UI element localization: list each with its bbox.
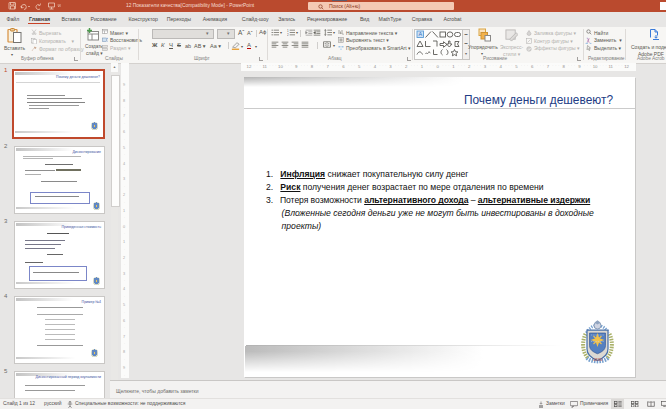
svg-text:2: 2 [287,33,289,36]
svg-text:1830: 1830 [593,357,603,362]
svg-text:A: A [419,31,423,37]
